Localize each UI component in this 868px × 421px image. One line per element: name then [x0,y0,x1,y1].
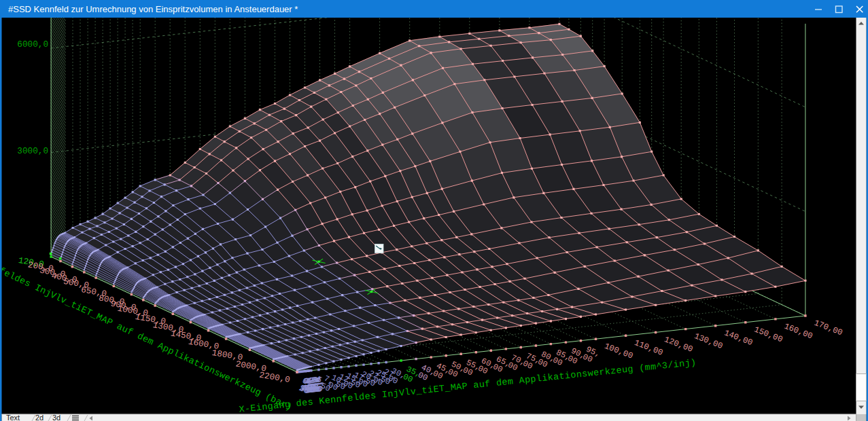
svg-text:Text: Text [6,414,20,421]
svg-text:2d: 2d [35,414,44,421]
svg-text:3000,0: 3000,0 [17,146,48,156]
svg-text:6000,0: 6000,0 [17,39,48,50]
svg-text:3d: 3d [52,414,60,421]
svg-text:#SSD Kennfeld zur Umrechnung v: #SSD Kennfeld zur Umrechnung von Einspri… [8,4,298,14]
